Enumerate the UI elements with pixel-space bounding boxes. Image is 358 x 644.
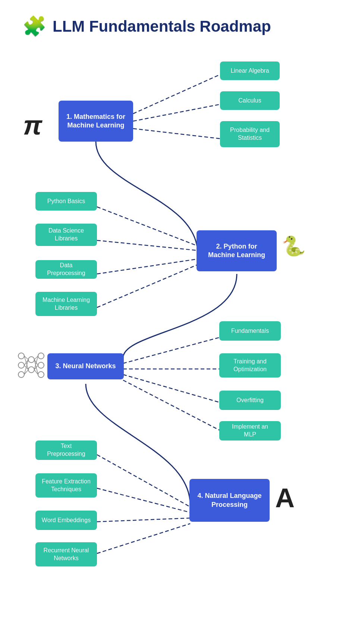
- node-fundamentals: Fundamentals: [219, 321, 281, 341]
- svg-line-3: [97, 207, 198, 246]
- node-data-science-libraries: Data ScienceLibraries: [35, 224, 97, 246]
- node-overfitting: Overfitting: [219, 391, 281, 410]
- node-linear-algebra: Linear Algebra: [220, 61, 280, 80]
- python-snake-icon: 🐍: [282, 235, 306, 258]
- node-training-optimization: Training andOptimization: [219, 353, 281, 378]
- svg-point-16: [18, 362, 24, 368]
- node-calculus: Calculus: [220, 91, 280, 110]
- svg-line-0: [133, 75, 220, 114]
- node-mathematics: 1. Mathematics forMachine Learning: [59, 101, 133, 142]
- node-neural-networks: 3. Neural Networks: [47, 353, 124, 379]
- svg-point-17: [18, 372, 24, 378]
- svg-point-22: [38, 372, 44, 378]
- svg-point-15: [18, 353, 24, 359]
- svg-point-18: [28, 357, 34, 363]
- node-ml-libraries: Machine LearningLibraries: [35, 292, 97, 316]
- svg-line-9: [123, 375, 220, 402]
- node-feature-extraction: Feature ExtractionTechniques: [35, 473, 97, 498]
- svg-line-13: [97, 518, 190, 522]
- svg-point-20: [38, 353, 44, 359]
- node-text-preprocessing: Text Preprocessing: [35, 441, 97, 460]
- node-data-preprocessing: Data Preprocessing: [35, 260, 97, 279]
- pi-icon: π: [23, 110, 42, 141]
- node-python: 2. Python forMachine Learning: [197, 230, 277, 271]
- svg-line-12: [97, 488, 190, 512]
- svg-line-14: [97, 524, 190, 553]
- typography-a-icon: A: [275, 483, 295, 513]
- svg-line-6: [97, 265, 198, 307]
- page-title: LLM Fundamentals Roadmap: [53, 18, 271, 35]
- node-rnn: Recurrent NeuralNetworks: [35, 542, 97, 566]
- svg-line-10: [123, 380, 220, 430]
- svg-line-5: [97, 259, 198, 274]
- header: 🧩 LLM Fundamentals Roadmap: [22, 15, 336, 38]
- svg-line-2: [133, 129, 220, 139]
- svg-line-1: [133, 104, 220, 121]
- page-container: 🧩 LLM Fundamentals Roadmap π 1. Mat: [0, 0, 358, 644]
- node-probability-statistics: Probability andStatistics: [220, 121, 280, 147]
- svg-point-19: [28, 367, 34, 373]
- svg-line-11: [97, 455, 190, 507]
- svg-line-7: [123, 337, 220, 363]
- svg-line-4: [97, 240, 198, 250]
- node-nlp: 4. Natural LanguageProcessing: [189, 479, 270, 522]
- node-implement-mlp: Implement an MLP: [219, 421, 281, 441]
- node-python-basics: Python Basics: [35, 192, 97, 211]
- node-word-embeddings: Word Embeddings: [35, 511, 97, 530]
- svg-point-21: [38, 362, 44, 368]
- puzzle-icon: 🧩: [22, 15, 47, 38]
- neural-network-icon: [16, 347, 45, 382]
